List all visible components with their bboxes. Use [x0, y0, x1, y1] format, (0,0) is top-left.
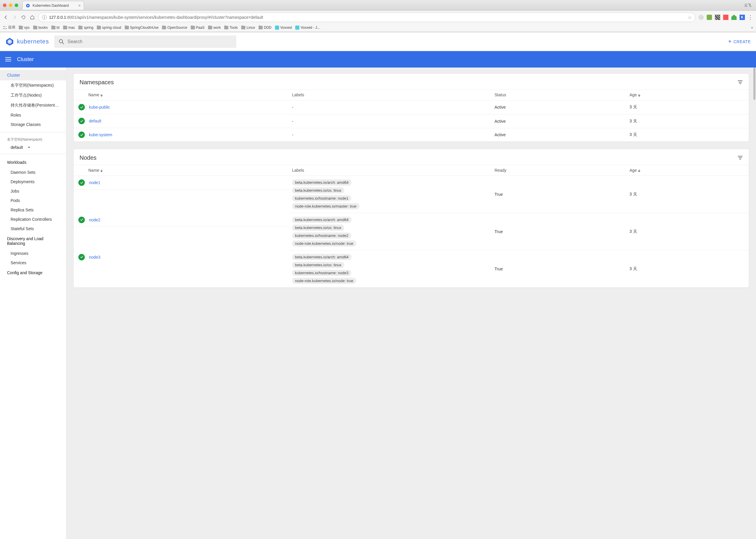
bookmark-item[interactable]: spring cloud — [97, 26, 121, 30]
name-cell: kube-public — [74, 101, 290, 114]
col-labels[interactable]: Labels — [290, 90, 492, 101]
apps-shortcut[interactable]: 应用 — [3, 25, 15, 30]
bookmark-item[interactable]: Tools — [224, 26, 238, 30]
sidebar-ns-label: 名字空间(Namespace) — [0, 135, 66, 144]
col-name[interactable]: Name — [74, 165, 290, 176]
bookmark-star-icon[interactable]: ☆ — [688, 15, 692, 20]
sidebar-subitem[interactable]: 持久性存储卷(Persistent Volumes) — [0, 101, 66, 111]
resource-link[interactable]: node2 — [89, 217, 101, 222]
brand-text: kubernetes — [17, 38, 49, 45]
ext-icon[interactable]: K — [739, 15, 745, 20]
search-box[interactable] — [54, 36, 236, 48]
bookmarks-overflow-icon[interactable]: » — [751, 26, 753, 30]
ext-icon[interactable] — [715, 15, 720, 20]
bookmark-item[interactable]: books — [33, 26, 48, 30]
resource-link[interactable]: kube-public — [89, 105, 110, 110]
window-minimize-dot[interactable] — [9, 4, 12, 7]
sidebar-subitem[interactable]: Jobs — [0, 187, 66, 196]
browser-tab-row: Kubernetes Dashboard × 云飞 — [0, 0, 756, 11]
sidebar-item-discovery[interactable]: Discovery and Load Balancing — [0, 233, 66, 249]
card-title: Nodes — [80, 154, 97, 161]
resource-link[interactable]: default — [89, 118, 101, 123]
sidebar-subitem[interactable]: Storage Classes — [0, 120, 66, 129]
site-info-icon[interactable]: i — [42, 15, 47, 20]
window-controls[interactable] — [3, 4, 18, 7]
bookmark-item[interactable]: SpringCloudInUse — [125, 26, 159, 30]
content-scrollbar[interactable] — [753, 67, 756, 539]
sidebar-subitem[interactable]: Services — [0, 258, 66, 268]
bookmark-item[interactable]: PaaS — [191, 26, 205, 30]
resource-link[interactable]: kube-system — [89, 132, 112, 137]
name-cell: node3 — [74, 251, 290, 264]
label-chip: beta.kubernetes.io/arch: amd64 — [292, 254, 352, 260]
window-maximize-dot[interactable] — [15, 4, 18, 7]
table-row: kube-system-Active3 天 — [74, 128, 749, 141]
col-age[interactable]: Age — [627, 165, 749, 176]
namespaces-table: Name Labels Status Age kube-public-Activ… — [74, 89, 749, 141]
resource-link[interactable]: node1 — [89, 180, 101, 185]
sidebar-subitem[interactable]: Stateful Sets — [0, 224, 66, 233]
bookmark-item[interactable]: vps — [19, 26, 30, 30]
col-status[interactable]: Status — [492, 90, 627, 101]
tab-close-icon[interactable]: × — [78, 4, 81, 8]
labels-cell: beta.kubernetes.io/arch: amd64beta.kuber… — [290, 213, 492, 251]
bookmark-item[interactable]: Linux — [241, 26, 255, 30]
namespace-select[interactable]: default — [0, 144, 66, 153]
app-root: kubernetes + CREATE Cluster Cluster 名字空间… — [0, 32, 756, 539]
resource-link[interactable]: node3 — [89, 255, 101, 260]
col-age[interactable]: Age — [627, 90, 749, 101]
sidebar-subitem[interactable]: Replication Controllers — [0, 215, 66, 224]
labels-cell: beta.kubernetes.io/arch: amd64beta.kuber… — [290, 176, 492, 213]
sidebar-subitem[interactable]: Pods — [0, 196, 66, 205]
sidebar-item-config[interactable]: Config and Storage — [0, 268, 66, 278]
bookmark-item[interactable]: Voxxed — [275, 26, 292, 30]
bookmark-item[interactable]: mac — [63, 26, 75, 30]
bookmark-item[interactable]: work — [208, 26, 221, 30]
section-bar: Cluster — [0, 51, 756, 67]
col-name[interactable]: Name — [74, 90, 290, 101]
bookmark-item[interactable]: OpenSource — [162, 26, 187, 30]
home-button[interactable] — [29, 14, 35, 20]
brand-logo[interactable]: kubernetes — [5, 37, 49, 46]
sidebar-subitem[interactable]: 名字空间(Namespaces) — [0, 80, 66, 90]
name-cell: node1 — [74, 176, 290, 190]
col-labels[interactable]: Labels — [290, 165, 492, 176]
sidebar-subitem[interactable]: 工作节点(Nodes) — [0, 90, 66, 101]
app-header: kubernetes + CREATE — [0, 32, 756, 51]
bookmark-item[interactable]: DDD — [258, 26, 271, 30]
ext-icon[interactable] — [731, 15, 737, 20]
chrome-profile-name[interactable]: 云飞 — [744, 3, 753, 8]
sidebar-item-cluster[interactable]: Cluster — [0, 70, 66, 80]
card-title: Namespaces — [80, 79, 114, 86]
filter-icon[interactable] — [737, 80, 743, 85]
reload-button[interactable] — [21, 14, 27, 20]
col-ready[interactable]: Ready — [492, 165, 627, 176]
sidebar-subitem[interactable]: Roles — [0, 111, 66, 120]
back-button[interactable] — [3, 14, 9, 20]
ext-icon[interactable] — [699, 15, 704, 20]
ext-icon[interactable] — [707, 15, 712, 20]
bookmark-item[interactable]: spring — [78, 26, 93, 30]
menu-toggle-icon[interactable] — [5, 57, 11, 61]
search-input[interactable] — [67, 39, 232, 44]
filter-icon[interactable] — [737, 156, 743, 160]
sidebar-subitem[interactable]: Replica Sets — [0, 205, 66, 215]
sidebar-item-workloads[interactable]: Workloads — [0, 157, 66, 168]
table-row: node1beta.kubernetes.io/arch: amd64beta.… — [74, 176, 749, 213]
sidebar-subitem[interactable]: Daemon Sets — [0, 168, 66, 177]
sidebar-subitem[interactable]: Ingresses — [0, 249, 66, 258]
bookmark-item[interactable]: bt — [51, 26, 60, 30]
sidebar-separator — [0, 154, 66, 154]
create-button[interactable]: + CREATE — [728, 38, 751, 45]
window-close-dot[interactable] — [3, 4, 6, 7]
ext-icon[interactable] — [723, 15, 728, 20]
label-chip: beta.kubernetes.io/arch: amd64 — [292, 179, 352, 186]
age-cell: 3 天 — [627, 251, 749, 288]
chrome-menu-icon[interactable]: ⋮ — [748, 15, 753, 20]
sidebar-subitem[interactable]: Deployments — [0, 177, 66, 187]
address-bar[interactable]: i 127.0.0.1:8001/api/v1/namespaces/kube-… — [38, 13, 696, 22]
plus-icon: + — [728, 38, 732, 45]
browser-tab[interactable]: Kubernetes Dashboard × — [22, 1, 84, 10]
nodes-table: Name Labels Ready Age node1beta.kubernet… — [74, 165, 749, 287]
bookmark-item[interactable]: Voxxed - J... — [295, 26, 320, 30]
